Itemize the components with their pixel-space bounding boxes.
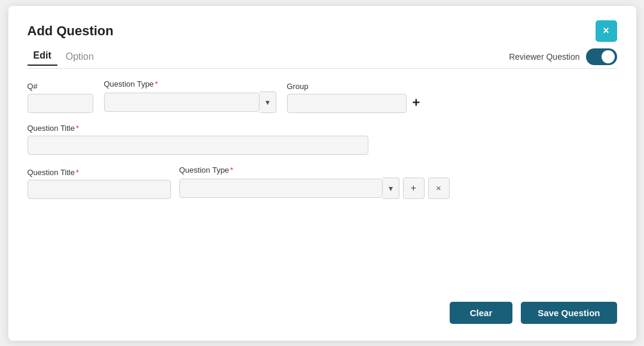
- group-input[interactable]: [287, 94, 407, 113]
- sub-question-title-input[interactable]: [28, 180, 171, 199]
- tabs-row: Edit Option Reviewer Question: [28, 48, 617, 69]
- q-num-label: Q#: [28, 82, 93, 91]
- toggle-knob: [602, 50, 615, 63]
- group-group: Group +: [287, 82, 423, 113]
- clear-button[interactable]: Clear: [450, 302, 513, 324]
- sub-question-type-dropdown-btn[interactable]: ▾: [383, 177, 399, 199]
- question-type-group: Question Type* Matrix Dynamic ▾: [104, 79, 276, 113]
- form-row-2: Question Title*: [28, 124, 617, 155]
- footer: Clear Save Question: [28, 284, 617, 324]
- tab-edit[interactable]: Edit: [28, 48, 57, 66]
- modal-header: Add Question ×: [28, 20, 617, 42]
- form-row-1: Q# Question Type* Matrix Dynamic ▾ Group…: [28, 79, 617, 113]
- sub-question-title-label: Question Title*: [28, 168, 171, 177]
- add-group-button[interactable]: +: [410, 96, 423, 109]
- remove-row-button[interactable]: ×: [428, 177, 450, 199]
- sub-question-type-input[interactable]: [179, 179, 383, 198]
- tabs-container: Edit Option: [28, 48, 100, 66]
- sub-question-title-group: Question Title*: [28, 168, 171, 199]
- reviewer-section: Reviewer Question: [509, 48, 616, 65]
- question-title-main-label: Question Title*: [28, 124, 368, 133]
- question-type-dropdown-btn[interactable]: ▾: [260, 91, 276, 113]
- close-button[interactable]: ×: [596, 20, 617, 42]
- q-num-group: Q#: [28, 82, 93, 113]
- add-row-button[interactable]: +: [403, 177, 425, 199]
- reviewer-toggle[interactable]: [586, 48, 617, 65]
- close-icon: ×: [603, 25, 609, 37]
- question-title-main-group: Question Title*: [28, 124, 368, 155]
- question-type-label: Question Type*: [104, 79, 276, 88]
- sub-question-type-label: Question Type*: [179, 166, 450, 174]
- sub-question-type-group: Question Type* ▾ + ×: [179, 166, 450, 199]
- question-type-wrapper: Matrix Dynamic ▾: [104, 91, 276, 113]
- chevron-down-icon: ▾: [265, 97, 270, 107]
- q-num-input[interactable]: [28, 94, 93, 113]
- group-label: Group: [287, 82, 423, 91]
- question-type-input[interactable]: Matrix Dynamic: [104, 93, 260, 112]
- modal-title: Add Question: [28, 23, 114, 39]
- save-question-button[interactable]: Save Question: [521, 302, 616, 324]
- reviewer-label: Reviewer Question: [509, 52, 579, 62]
- question-title-main-input[interactable]: [28, 136, 368, 155]
- sub-form-row: Question Title* Question Type* ▾ + ×: [28, 166, 617, 199]
- add-question-modal: Add Question × Edit Option Reviewer Ques…: [8, 6, 636, 341]
- sub-question-type-wrapper: ▾: [179, 177, 399, 199]
- tab-option[interactable]: Option: [60, 49, 100, 66]
- chevron-down-icon-sub: ▾: [389, 183, 393, 193]
